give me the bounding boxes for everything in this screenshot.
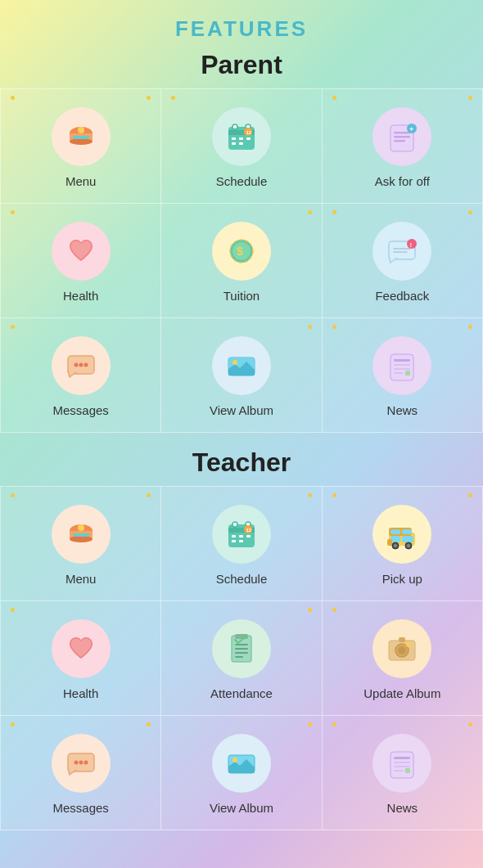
teacher-messages-label: Messages: [52, 801, 108, 815]
svg-text:12: 12: [246, 130, 251, 135]
parent-tuition[interactable]: $ Tuition: [161, 204, 322, 318]
svg-rect-13: [239, 142, 243, 145]
svg-rect-54: [246, 535, 251, 537]
svg-point-7: [232, 124, 237, 129]
parent-schedule-label: Schedule: [216, 174, 268, 188]
svg-rect-37: [390, 354, 413, 380]
parent-schedule[interactable]: 12 Schedule: [161, 89, 322, 204]
svg-rect-74: [235, 648, 248, 650]
parent-grid: Menu 12 Schedule: [0, 88, 483, 433]
svg-rect-46: [73, 533, 89, 537]
parent-feedback-label: Feedback: [375, 289, 429, 303]
svg-rect-76: [235, 656, 243, 658]
svg-rect-80: [399, 637, 405, 642]
svg-point-4: [78, 127, 84, 133]
teacher-attendance-label: Attendance: [210, 686, 273, 700]
svg-point-87: [232, 758, 237, 762]
svg-text:$: $: [237, 245, 243, 258]
svg-text:!: !: [410, 241, 413, 249]
parent-news[interactable]: News: [323, 318, 483, 433]
svg-rect-19: [394, 136, 410, 138]
features-title: FEATURES: [175, 16, 308, 42]
svg-rect-69: [390, 529, 400, 534]
teacher-health[interactable]: Health: [1, 601, 161, 716]
parent-messages[interactable]: Messages: [1, 318, 161, 433]
teacher-view-album[interactable]: View Album: [161, 716, 322, 830]
svg-rect-75: [235, 652, 248, 654]
parent-view-album-label: View Album: [210, 403, 273, 417]
svg-text:12: 12: [246, 528, 251, 533]
parent-health[interactable]: Health: [1, 204, 161, 318]
teacher-update-album-label: Update Album: [363, 686, 440, 700]
svg-point-32: [79, 363, 83, 367]
svg-rect-63: [387, 539, 392, 546]
svg-rect-55: [232, 540, 236, 542]
teacher-pick-up[interactable]: Pick up: [323, 487, 483, 601]
parent-menu[interactable]: Menu: [1, 89, 161, 204]
svg-rect-89: [394, 757, 410, 759]
svg-point-33: [84, 363, 88, 367]
teacher-update-album[interactable]: Update Album: [323, 601, 483, 716]
teacher-schedule[interactable]: 12 Schedule: [161, 487, 322, 601]
parent-tuition-label: Tuition: [223, 289, 260, 303]
svg-point-36: [232, 360, 237, 365]
parent-news-label: News: [387, 403, 418, 417]
svg-rect-42: [405, 371, 410, 376]
teacher-menu[interactable]: Menu: [1, 487, 161, 601]
parent-feedback[interactable]: ! Feedback: [323, 204, 483, 318]
svg-point-85: [84, 761, 88, 765]
svg-rect-73: [235, 644, 248, 645]
svg-rect-18: [394, 132, 410, 134]
svg-rect-62: [402, 536, 413, 542]
svg-point-47: [78, 524, 84, 531]
svg-rect-70: [402, 529, 412, 534]
teacher-attendance[interactable]: Attendance: [161, 601, 322, 716]
parent-messages-label: Messages: [52, 403, 108, 417]
teacher-grid: Menu 12 Schedule: [0, 486, 483, 830]
parent-title: Parent: [201, 50, 282, 80]
svg-rect-52: [232, 535, 236, 537]
svg-rect-93: [405, 768, 410, 773]
svg-point-50: [232, 522, 237, 527]
teacher-schedule-label: Schedule: [216, 572, 268, 586]
parent-ask-for-off-label: Ask for off: [375, 174, 430, 188]
teacher-news[interactable]: News: [323, 716, 483, 830]
svg-point-2: [70, 138, 93, 145]
svg-rect-10: [239, 137, 243, 140]
teacher-health-label: Health: [63, 686, 98, 700]
svg-point-45: [70, 536, 93, 542]
svg-rect-56: [239, 540, 243, 542]
svg-rect-20: [394, 140, 405, 142]
svg-rect-88: [390, 752, 413, 778]
svg-point-84: [79, 761, 83, 765]
svg-point-65: [394, 544, 397, 547]
parent-health-label: Health: [63, 289, 98, 303]
svg-rect-53: [239, 535, 243, 537]
svg-rect-39: [394, 364, 410, 366]
svg-text:+: +: [409, 125, 413, 133]
svg-point-67: [407, 544, 410, 547]
teacher-messages[interactable]: Messages: [1, 716, 161, 830]
svg-point-81: [406, 642, 411, 647]
svg-rect-40: [394, 368, 410, 370]
svg-point-83: [74, 761, 78, 765]
teacher-news-label: News: [387, 801, 418, 815]
teacher-title: Teacher: [192, 447, 291, 478]
svg-rect-11: [246, 137, 251, 140]
svg-rect-72: [235, 634, 248, 639]
svg-rect-90: [394, 762, 410, 763]
teacher-menu-label: Menu: [65, 572, 97, 586]
teacher-view-album-label: View Album: [210, 801, 273, 815]
parent-ask-for-off[interactable]: + Ask for off: [323, 89, 483, 204]
svg-rect-12: [232, 142, 236, 145]
svg-rect-38: [394, 359, 410, 362]
svg-point-79: [398, 646, 406, 654]
svg-rect-9: [232, 137, 236, 140]
svg-rect-3: [73, 136, 89, 139]
teacher-pick-up-label: Pick up: [382, 572, 422, 586]
svg-rect-41: [394, 372, 404, 374]
svg-rect-92: [394, 770, 404, 771]
parent-menu-label: Menu: [65, 174, 97, 188]
svg-point-31: [74, 363, 78, 367]
parent-view-album[interactable]: View Album: [161, 318, 322, 433]
